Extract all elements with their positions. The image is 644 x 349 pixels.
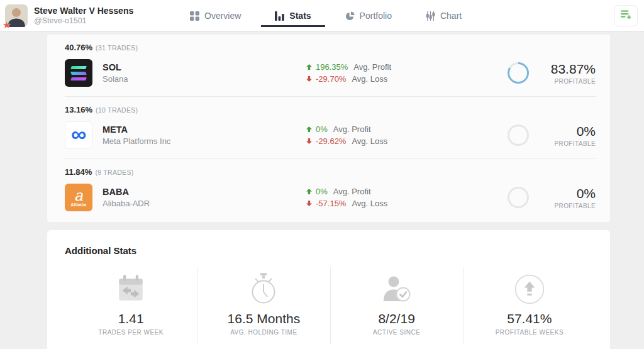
tab-label: Portfolio xyxy=(360,11,392,21)
profit-loss-block: 0% Avg. Profit -29.62% Avg. Loss xyxy=(306,125,508,146)
top-bar: ★ Steve Walter V Hessens @Steve-o1501 Ov… xyxy=(0,0,644,31)
profitable-gauge xyxy=(508,125,529,146)
user-summary[interactable]: ★ Steve Walter V Hessens @Steve-o1501 xyxy=(0,4,182,27)
avg-profit-line: 196.35% Avg. Profit xyxy=(306,62,508,72)
additional-stats-row: 1.41 TRADES PER WEEK xyxy=(65,267,596,345)
allocation-header: 13.16% (10 TRADES) xyxy=(65,97,596,114)
avg-loss-value: -29.62% xyxy=(316,136,346,146)
avg-loss-value: -29.70% xyxy=(316,74,346,84)
asset-performance-card: 40.76% (31 TRADES) SOL Solana 196. xyxy=(47,35,610,222)
avg-profit-label: Avg. Profit xyxy=(353,62,391,72)
avg-profit-label: Avg. Profit xyxy=(333,187,371,196)
profitable-block: 0% PROFITABLE xyxy=(508,186,596,209)
tab-overview[interactable]: Overview xyxy=(190,0,241,31)
avg-profit-value: 0% xyxy=(316,187,328,196)
user-check-icon xyxy=(380,270,413,309)
asset-fullname: Solana xyxy=(103,74,128,84)
arrow-down-icon xyxy=(306,201,312,206)
tab-label: Chart xyxy=(440,11,462,21)
avg-loss-line: -29.62% Avg. Loss xyxy=(306,136,508,146)
avg-profit-label: Avg. Profit xyxy=(333,125,371,134)
asset-info[interactable]: ∞ META Meta Platforms Inc xyxy=(65,121,306,149)
tab-label: Overview xyxy=(204,11,241,21)
profit-loss-block: 0% Avg. Profit -57.15% Avg. Loss xyxy=(306,187,508,208)
asset-symbol: BABA xyxy=(103,186,150,198)
avg-loss-value: -57.15% xyxy=(316,199,346,208)
stat-trades-per-week: 1.41 TRADES PER WEEK xyxy=(65,267,197,345)
arrow-down-icon xyxy=(306,138,312,144)
alibaba-a-glyph: a xyxy=(74,189,83,202)
asset-names: BABA Alibaba-ADR xyxy=(103,186,150,209)
user-handle: @Steve-o1501 xyxy=(34,16,133,26)
arrow-up-icon xyxy=(306,64,312,70)
trade-count: (31 TRADES) xyxy=(96,44,138,52)
asset-group-baba: 11.84% (9 TRADES) a Alibaba BABA Alibaba… xyxy=(65,159,596,221)
additional-stats-card: Additional Stats 1.41 TRADES PER WEEK xyxy=(47,230,610,349)
stat-label: PROFITABLE WEEKS xyxy=(496,329,564,336)
trade-count: (10 TRADES) xyxy=(96,106,138,114)
main-content: 40.76% (31 TRADES) SOL Solana 196. xyxy=(0,31,644,349)
tab-label: Stats xyxy=(289,11,311,21)
avg-profit-line: 0% Avg. Profit xyxy=(306,125,508,134)
profitable-gauge xyxy=(508,62,529,84)
allocation-header: 11.84% (9 TRADES) xyxy=(65,159,596,177)
add-to-watchlist-button[interactable] xyxy=(614,5,638,26)
stopwatch-icon xyxy=(247,270,280,309)
asset-info[interactable]: a Alibaba BABA Alibaba-ADR xyxy=(65,184,306,211)
profitable-text: 0% PROFITABLE xyxy=(538,186,596,209)
profitable-label: PROFITABLE xyxy=(538,140,596,147)
arrow-up-circle-icon xyxy=(513,270,546,309)
asset-symbol: META xyxy=(103,124,170,136)
avg-loss-line: -29.70% Avg. Loss xyxy=(306,74,508,84)
infinity-glyph: ∞ xyxy=(71,123,86,145)
allocation-percent: 11.84% xyxy=(65,167,92,177)
popular-investor-star-icon: ★ xyxy=(3,19,11,31)
meta-logo: ∞ xyxy=(65,121,92,149)
asset-names: SOL Solana xyxy=(103,62,128,84)
profitable-gauge xyxy=(508,187,529,208)
avg-profit-value: 196.35% xyxy=(316,62,348,72)
user-name: Steve Walter V Hessens xyxy=(34,6,133,16)
asset-fullname: Meta Platforms Inc xyxy=(103,136,170,147)
tab-portfolio[interactable]: Portfolio xyxy=(345,0,392,31)
avg-profit-line: 0% Avg. Profit xyxy=(306,187,508,196)
profitable-label: PROFITABLE xyxy=(538,78,596,85)
stat-value: 8/2/19 xyxy=(378,311,414,326)
asset-names: META Meta Platforms Inc xyxy=(103,124,170,147)
tab-stats[interactable]: Stats xyxy=(275,0,311,31)
tab-chart[interactable]: Chart xyxy=(426,0,462,31)
avg-profit-value: 0% xyxy=(316,125,328,134)
asset-row[interactable]: a Alibaba BABA Alibaba-ADR 0% Avg. Profi… xyxy=(65,177,596,221)
asset-info[interactable]: SOL Solana xyxy=(65,59,306,87)
candlestick-icon xyxy=(426,11,435,21)
user-text: Steve Walter V Hessens @Steve-o1501 xyxy=(34,6,133,26)
asset-row[interactable]: SOL Solana 196.35% Avg. Profit -29.70% A… xyxy=(65,52,596,96)
bar-chart-icon xyxy=(275,11,284,21)
avg-loss-label: Avg. Loss xyxy=(352,74,387,84)
profitable-block: 83.87% PROFITABLE xyxy=(508,62,596,85)
avg-loss-label: Avg. Loss xyxy=(352,199,387,208)
stat-active-since: 8/2/19 ACTIVE SINCE xyxy=(330,267,463,345)
stat-value: 57.41% xyxy=(507,311,552,326)
asset-fullname: Alibaba-ADR xyxy=(103,198,150,209)
grid-icon xyxy=(190,11,199,21)
profitable-block: 0% PROFITABLE xyxy=(508,124,596,147)
avatar[interactable]: ★ xyxy=(5,4,28,27)
avg-loss-line: -57.15% Avg. Loss xyxy=(306,199,508,208)
asset-row[interactable]: ∞ META Meta Platforms Inc 0% Avg. Profit xyxy=(65,114,596,158)
profitable-percent: 0% xyxy=(538,186,596,201)
profitable-text: 83.87% PROFITABLE xyxy=(538,62,596,85)
stat-label: AVG. HOLDING TIME xyxy=(230,329,297,336)
profitable-text: 0% PROFITABLE xyxy=(538,124,596,147)
arrow-up-icon xyxy=(306,189,312,194)
arrow-down-icon xyxy=(306,76,312,82)
stat-label: ACTIVE SINCE xyxy=(373,329,420,336)
allocation-percent: 40.76% xyxy=(65,43,92,52)
profit-loss-block: 196.35% Avg. Profit -29.70% Avg. Loss xyxy=(306,62,508,84)
stat-avg-holding-time: 16.5 Months AVG. HOLDING TIME xyxy=(197,267,330,345)
allocation-percent: 13.16% xyxy=(65,105,92,114)
profitable-percent: 0% xyxy=(538,124,596,139)
watchlist-add-icon xyxy=(621,9,631,22)
calendar-arrows-icon xyxy=(115,270,147,309)
arrow-up-icon xyxy=(306,126,312,132)
